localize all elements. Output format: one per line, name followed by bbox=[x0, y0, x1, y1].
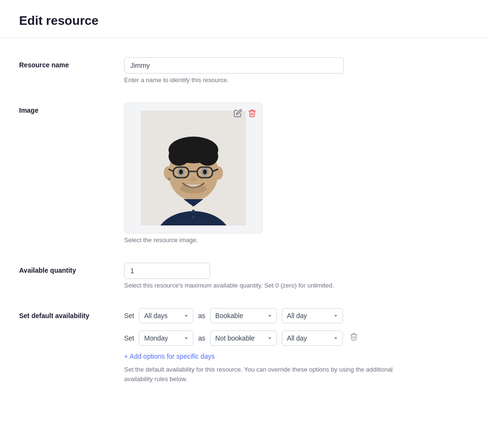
resource-name-label: Resource name bbox=[19, 57, 124, 69]
quantity-row: Available quantity Select this resource'… bbox=[19, 263, 411, 289]
days-select-1[interactable]: All days Monday Tuesday Wednesday Thursd… bbox=[139, 308, 193, 323]
resource-image bbox=[141, 111, 246, 225]
delete-row-2-button[interactable] bbox=[348, 330, 360, 346]
resource-name-row: Resource name Enter a name to identify t… bbox=[19, 57, 411, 84]
svg-point-24 bbox=[192, 215, 195, 218]
time-select-1[interactable]: All day Custom hours bbox=[282, 308, 343, 323]
availability-label: Set default availability bbox=[19, 308, 124, 320]
availability-row-2: Set All days Monday Tuesday Wednesday Th… bbox=[124, 330, 411, 346]
svg-point-20 bbox=[203, 170, 207, 174]
bookable-select-2[interactable]: Bookable Not bookable bbox=[210, 331, 277, 346]
bookable-select-1[interactable]: Bookable Not bookable bbox=[210, 308, 277, 323]
form-container: Resource name Enter a name to identify t… bbox=[0, 38, 430, 422]
availability-row-1: Set All days Monday Tuesday Wednesday Th… bbox=[124, 308, 411, 323]
availability-row: Set default availability Set All days Mo… bbox=[19, 308, 411, 384]
image-row: Image bbox=[19, 103, 411, 244]
quantity-field: Select this resource's maximum available… bbox=[124, 263, 411, 289]
svg-point-11 bbox=[168, 178, 170, 181]
page-header: Edit resource bbox=[0, 0, 489, 38]
svg-point-19 bbox=[179, 170, 183, 174]
availability-hint: Set the default availability for this re… bbox=[124, 365, 411, 384]
page-title: Edit resource bbox=[19, 13, 470, 28]
days-select-2[interactable]: All days Monday Tuesday Wednesday Thursd… bbox=[139, 331, 193, 346]
svg-point-8 bbox=[172, 138, 215, 155]
delete-image-button[interactable] bbox=[247, 108, 257, 120]
resource-name-input[interactable] bbox=[124, 57, 344, 74]
resource-name-hint: Enter a name to identify this resource. bbox=[124, 76, 411, 84]
svg-point-23 bbox=[192, 210, 195, 213]
availability-field: Set All days Monday Tuesday Wednesday Th… bbox=[124, 308, 411, 384]
edit-image-button[interactable] bbox=[233, 108, 243, 120]
quantity-input[interactable] bbox=[124, 263, 210, 279]
as-label-1: as bbox=[198, 312, 205, 320]
svg-point-9 bbox=[164, 166, 173, 180]
add-options-link[interactable]: + Add options for specific days bbox=[124, 352, 215, 360]
image-label: Image bbox=[19, 103, 124, 114]
quantity-label: Available quantity bbox=[19, 263, 124, 274]
image-field: Select the resource image. bbox=[124, 103, 411, 244]
image-actions bbox=[233, 108, 257, 120]
set-label-1: Set bbox=[124, 312, 134, 320]
set-label-2: Set bbox=[124, 334, 134, 342]
image-hint: Select the resource image. bbox=[124, 236, 411, 244]
svg-point-10 bbox=[213, 166, 223, 180]
quantity-hint: Select this resource's maximum available… bbox=[124, 282, 411, 289]
as-label-2: as bbox=[198, 334, 205, 342]
time-select-2[interactable]: All day Custom hours bbox=[282, 331, 343, 346]
svg-point-22 bbox=[190, 177, 197, 181]
resource-name-field: Enter a name to identify this resource. bbox=[124, 57, 411, 84]
image-container bbox=[124, 103, 263, 234]
svg-point-21 bbox=[180, 184, 207, 193]
